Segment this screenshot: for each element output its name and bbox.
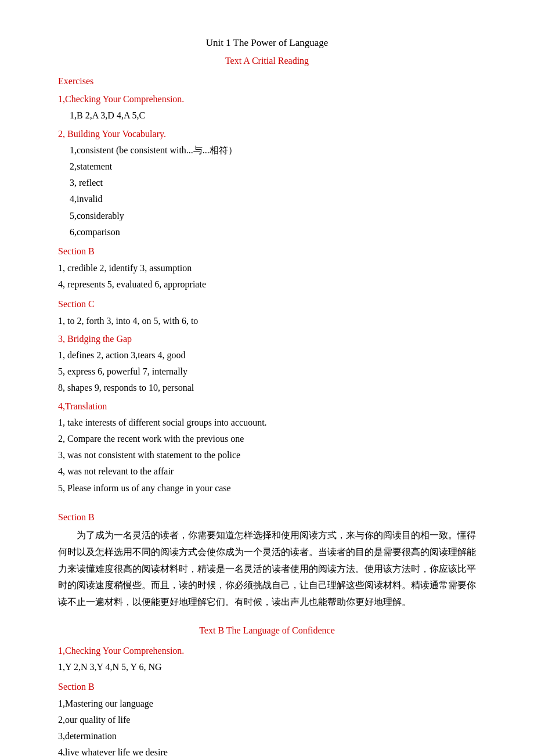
- section3-label: 3, Bridging the Gap: [58, 331, 476, 347]
- bridging-line1: 1, defines 2, action 3,tears 4, good: [58, 347, 476, 363]
- section2-label: 2, Building Your Vocabulary.: [58, 126, 476, 142]
- bridging-line3: 8, shapes 9, responds to 10, personal: [58, 380, 476, 395]
- section-b3-label: Section B: [58, 679, 476, 694]
- translation-item-3: 3, was not consistent with statement to …: [58, 447, 476, 463]
- section-b2-label: Section B: [58, 509, 476, 525]
- vocab-item-6: 6,comparison: [70, 224, 476, 240]
- section-b3-item-2: 2,our quality of life: [58, 712, 476, 728]
- section-b3-list: 1,Mastering our language 2,our quality o…: [58, 696, 476, 756]
- exercises-label: Exercises: [58, 73, 476, 89]
- section-b-line1: 1, credible 2, identify 3, assumption: [58, 260, 476, 276]
- section-b3-item-1: 1,Mastering our language: [58, 696, 476, 711]
- vocab-list: 1,consistent (be consistent with...与...相…: [58, 142, 476, 240]
- section4-label: 4,Translation: [58, 398, 476, 414]
- section-b3-item-3: 3,determination: [58, 728, 476, 744]
- translation-list: 1, take interests of different social gr…: [58, 415, 476, 496]
- vocab-item-5: 5,considerably: [70, 208, 476, 224]
- unit-title: Unit 1 The Power of Language: [58, 35, 476, 52]
- section-b3-item-4: 4,live whatever life we desire: [58, 744, 476, 756]
- section-b-line2: 4, represents 5, evaluated 6, appropriat…: [58, 276, 476, 292]
- section-c-label: Section C: [58, 296, 476, 312]
- section-c-line1: 1, to 2, forth 3, into 4, on 5, with 6, …: [58, 313, 476, 329]
- vocab-item-4: 4,invalid: [70, 191, 476, 207]
- section1b-answers: 1,Y 2,N 3,Y 4,N 5, Y 6, NG: [58, 659, 476, 675]
- section1b-label: 1,Checking Your Comprehension.: [58, 643, 476, 658]
- text-a-subtitle: Text A Critial Reading: [58, 53, 476, 69]
- bridging-line2: 5, express 6, powerful 7, internally: [58, 363, 476, 379]
- translation-item-5: 5, Please inform us of any change in you…: [58, 480, 476, 496]
- section-b-label: Section B: [58, 243, 476, 259]
- section1-label: 1,Checking Your Comprehension.: [58, 91, 476, 107]
- translation-item-1: 1, take interests of different social gr…: [58, 415, 476, 430]
- chinese-paragraph: 为了成为一名灵活的读者，你需要知道怎样选择和使用阅读方式，来与你的阅读目的相一致…: [58, 527, 476, 611]
- translation-item-2: 2, Compare the recent work with the prev…: [58, 431, 476, 447]
- section1-answers: 1,B 2,A 3,D 4,A 5,C: [58, 107, 476, 123]
- vocab-item-2: 2,statement: [70, 159, 476, 174]
- translation-item-4: 4, was not relevant to the affair: [58, 463, 476, 479]
- vocab-item-1: 1,consistent (be consistent with...与...相…: [70, 142, 476, 158]
- text-b-subtitle: Text B The Language of Confidence: [58, 622, 476, 638]
- vocab-item-3: 3, reflect: [70, 175, 476, 190]
